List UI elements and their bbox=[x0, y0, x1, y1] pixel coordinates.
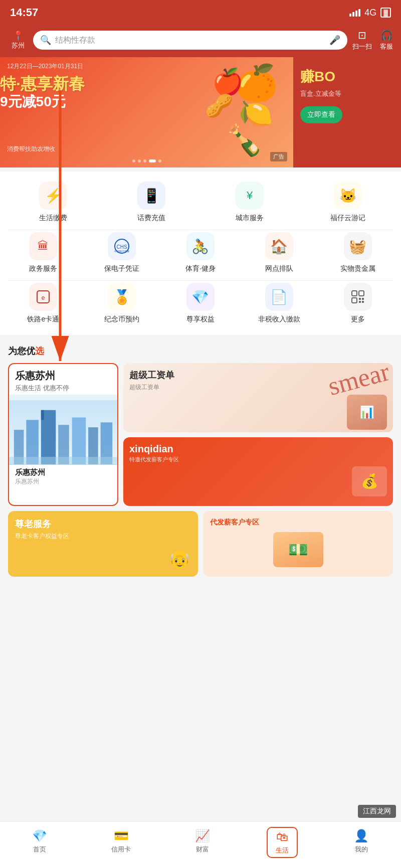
card-salary[interactable]: 超级工资单 超级工资单 📊 bbox=[123, 363, 393, 432]
service-item-privileges[interactable]: 💎 尊享权益 bbox=[173, 283, 228, 324]
service-item-branch-queue[interactable]: 🏠 网点排队 bbox=[252, 232, 307, 273]
service-item-insurance-cert[interactable]: CHS 中国医疗保障 保电子凭证 bbox=[94, 232, 149, 273]
service-label-coin-booking: 纪念币预约 bbox=[104, 315, 139, 324]
header: 📍 苏州 🔍 结构性存款 🎤 ⊡ 扫一扫 🎧 客服 bbox=[0, 25, 401, 57]
svg-text:中国医疗保障: 中国医疗保障 bbox=[114, 250, 129, 253]
city-service-icon: ¥ bbox=[236, 182, 264, 210]
card-xinqidian[interactable]: xinqidian 特邀代发薪客户专区 💰 bbox=[123, 437, 393, 506]
svg-rect-20 bbox=[9, 457, 117, 464]
dot-5 bbox=[158, 159, 161, 162]
nav-home-label: 首页 bbox=[33, 845, 46, 854]
cards-right-col: 超级工资单 超级工资单 📊 xinqidian 特邀代发薪客户专区 💰 bbox=[123, 363, 393, 506]
search-icon: 🔍 bbox=[40, 35, 51, 46]
service-item-railway[interactable]: e 铁路e卡通 bbox=[16, 283, 71, 324]
cards-row-1: 乐惠苏州 乐惠生活 优惠不停 bbox=[8, 363, 393, 506]
government-icon: 🏛 bbox=[29, 232, 57, 260]
service-item-more[interactable]: 更多 bbox=[330, 283, 385, 324]
service-label-privileges: 尊享权益 bbox=[186, 315, 215, 324]
banner-date: 12月22日—2023年01月31日 bbox=[7, 62, 83, 71]
card-zunlao[interactable]: 尊老服务 尊老卡客户权益专区 👴 bbox=[8, 511, 198, 577]
service-label-insurance-cert: 保电子凭证 bbox=[104, 264, 139, 273]
for-you-title: 为您优选 bbox=[8, 345, 393, 357]
insurance-cert-icon: CHS 中国医疗保障 bbox=[108, 232, 136, 260]
header-actions: ⊡ 扫一扫 🎧 客服 bbox=[352, 29, 393, 51]
service-item-sports[interactable]: 🚴 体育·健身 bbox=[173, 232, 228, 273]
nav-wealth[interactable]: 📈 财富 bbox=[187, 827, 218, 858]
card-salary-content: 超级工资单 超级工资单 📊 bbox=[123, 363, 393, 432]
banner-side-title: 赚BO bbox=[293, 57, 401, 89]
services-section: ⚡ 生活缴费 📱 话费充值 ¥ 城市服务 🐱 福仔云游记 🏛 政务服务 CHS bbox=[0, 171, 401, 335]
card-xinqidian-decoration: 💰 bbox=[129, 466, 387, 496]
card-lehui-image bbox=[9, 395, 117, 465]
card-lehui-sub-title: 乐惠生活 优惠不停 bbox=[15, 384, 111, 393]
svg-rect-21 bbox=[41, 410, 44, 420]
svg-rect-9 bbox=[362, 298, 364, 300]
banner-side-sub: 盲盒.立减金等 bbox=[293, 89, 401, 98]
wealth-icon: 📈 bbox=[195, 829, 210, 843]
search-bar[interactable]: 🔍 结构性存款 🎤 bbox=[33, 31, 347, 50]
nav-credit-card[interactable]: 💳 信用卡 bbox=[103, 827, 139, 858]
service-item-precious-metal[interactable]: 🧺 实物贵金属 bbox=[330, 232, 385, 273]
services-row-1: ⚡ 生活缴费 📱 话费充值 ¥ 城市服务 🐱 福仔云游记 bbox=[0, 180, 401, 230]
card-zunlao-title: 尊老服务 bbox=[15, 518, 191, 530]
card-lehui-title-area: 乐惠苏州 乐惠生活 优惠不停 bbox=[9, 364, 117, 395]
svg-rect-5 bbox=[352, 291, 357, 296]
service-label-phone-recharge: 话费充值 bbox=[137, 214, 165, 223]
service-label-government: 政务服务 bbox=[29, 264, 57, 273]
card-daifahin[interactable]: 代发薪客户专区 💵 bbox=[203, 511, 393, 577]
scan-button[interactable]: ⊡ 扫一扫 bbox=[352, 29, 372, 51]
service-item-government[interactable]: 🏛 政务服务 bbox=[16, 232, 71, 273]
card-daifahin-title: 代发薪客户专区 bbox=[210, 518, 386, 527]
nav-life[interactable]: 🛍 生活 bbox=[267, 827, 298, 858]
precious-metal-icon: 🧺 bbox=[344, 232, 372, 260]
city-skyline-svg bbox=[9, 400, 117, 465]
banner-side[interactable]: 赚BO 盲盒.立减金等 立即查看 bbox=[293, 57, 401, 167]
service-item-non-tax[interactable]: 📄 非税收入缴款 bbox=[252, 283, 307, 324]
bottom-nav: 💎 首页 💳 信用卡 📈 财富 🛍 生活 👤 我的 bbox=[0, 821, 401, 868]
service-item-coin-booking[interactable]: 🏅 纪念币预约 bbox=[94, 283, 149, 324]
card-lehui[interactable]: 乐惠苏州 乐惠生活 优惠不停 bbox=[8, 363, 118, 506]
battery-icon: ▓ bbox=[380, 8, 391, 18]
card-salary-decoration: 📊 bbox=[129, 395, 387, 430]
signal-icon bbox=[349, 9, 360, 17]
banner-dots bbox=[132, 159, 161, 162]
svg-rect-7 bbox=[352, 298, 357, 303]
nav-profile-label: 我的 bbox=[355, 845, 368, 854]
card-xinqidian-title: xinqidian bbox=[129, 443, 387, 455]
location-icon: 📍 bbox=[13, 30, 24, 41]
mic-icon[interactable]: 🎤 bbox=[329, 35, 340, 46]
service-item-fuzai-tour[interactable]: 🐱 福仔云游记 bbox=[320, 182, 375, 223]
service-item-life-payment[interactable]: ⚡ 生活缴费 bbox=[26, 182, 81, 223]
banner-ad-tag: 广告 bbox=[270, 152, 287, 161]
branch-queue-icon: 🏠 bbox=[265, 232, 293, 260]
banner-main[interactable]: 12月22日—2023年01月31日 特·惠享新春 9元减50元 🍊 🍎 🍋 🥜… bbox=[0, 57, 293, 167]
svg-rect-10 bbox=[359, 301, 361, 303]
banner-side-btn[interactable]: 立即查看 bbox=[300, 106, 342, 123]
status-right: 4G ▓ bbox=[349, 8, 391, 18]
card-lehui-main-title: 乐惠苏州 bbox=[15, 369, 111, 383]
nav-home[interactable]: 💎 首页 bbox=[24, 827, 55, 858]
status-time: 14:57 bbox=[10, 6, 38, 19]
service-button[interactable]: 🎧 客服 bbox=[380, 29, 393, 51]
headset-icon: 🎧 bbox=[380, 29, 393, 41]
card-salary-sub: 超级工资单 bbox=[129, 383, 387, 392]
service-label-more: 更多 bbox=[351, 315, 365, 324]
service-label-non-tax: 非税收入缴款 bbox=[258, 315, 300, 324]
more-icon bbox=[344, 283, 372, 311]
privileges-icon: 💎 bbox=[186, 283, 215, 311]
location-button[interactable]: 📍 苏州 bbox=[8, 30, 28, 50]
svg-text:CHS: CHS bbox=[117, 244, 127, 250]
nav-profile[interactable]: 👤 我的 bbox=[346, 827, 377, 858]
card-xinqidian-sub: 特邀代发薪客户专区 bbox=[129, 456, 387, 463]
home-icon: 💎 bbox=[32, 829, 47, 843]
scan-label: 扫一扫 bbox=[352, 42, 372, 51]
card-zunlao-icon: 👴 bbox=[15, 549, 191, 570]
service-label-city-service: 城市服务 bbox=[236, 214, 264, 223]
service-item-city-service[interactable]: ¥ 城市服务 bbox=[222, 182, 277, 223]
service-label-branch-queue: 网点排队 bbox=[265, 264, 293, 273]
svg-rect-8 bbox=[359, 298, 361, 300]
profile-icon: 👤 bbox=[354, 829, 369, 843]
sports-icon: 🚴 bbox=[186, 232, 215, 260]
for-you-section: 为您优选 乐惠苏州 乐惠生活 优惠不停 bbox=[0, 339, 401, 636]
service-item-phone-recharge[interactable]: 📱 话费充值 bbox=[124, 182, 179, 223]
